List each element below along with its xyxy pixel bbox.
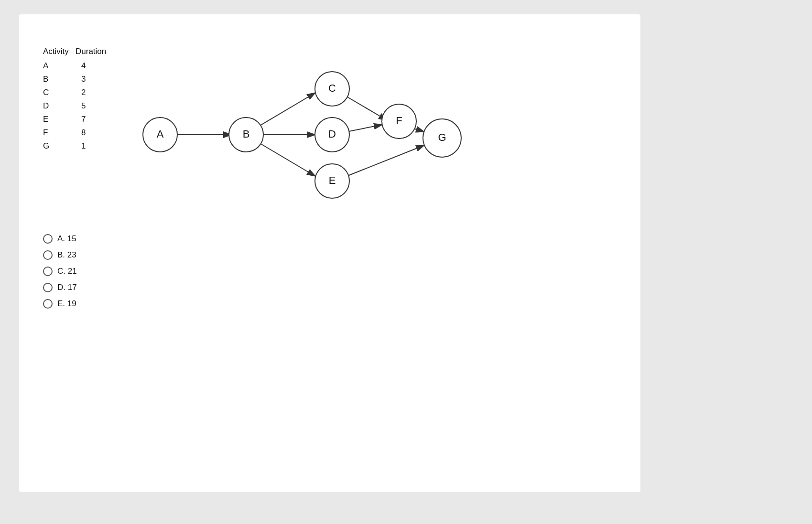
activity-duration: 1 (81, 139, 100, 153)
option-radio-2[interactable] (43, 267, 53, 276)
activity-rows: A4B3C2D5E7F8G1 (43, 59, 110, 153)
options-area: A. 15B. 23C. 21D. 17E. 19 (43, 234, 617, 309)
node-e-label: E (329, 174, 336, 186)
diagram-svg: A B C D E F G (129, 54, 473, 217)
option-label-1: B. 23 (57, 250, 76, 260)
edge-f-g (413, 128, 424, 132)
option-radio-3[interactable] (43, 283, 53, 292)
options-list: A. 15B. 23C. 21D. 17E. 19 (43, 234, 617, 309)
activity-name: G (43, 139, 62, 153)
option-label-2: C. 21 (57, 267, 77, 276)
activity-row: G1 (43, 139, 110, 153)
edge-b-c (259, 93, 315, 126)
activity-duration: 8 (81, 126, 100, 139)
node-f-label: F (396, 115, 402, 127)
edge-c-f (346, 96, 387, 120)
option-item-2[interactable]: C. 21 (43, 267, 617, 276)
activity-row: B3 (43, 73, 110, 86)
page: Activity Duration A4B3C2D5E7F8G1 (19, 14, 640, 492)
activity-table: A4B3C2D5E7F8G1 (43, 59, 110, 153)
activity-row: D5 (43, 99, 110, 113)
node-c-label: C (328, 82, 336, 94)
activity-duration: 3 (81, 73, 100, 86)
option-radio-1[interactable] (43, 250, 53, 260)
activity-duration: 7 (81, 113, 100, 126)
activity-name: C (43, 86, 62, 99)
option-radio-0[interactable] (43, 234, 53, 244)
option-radio-4[interactable] (43, 299, 53, 309)
edge-b-e (259, 143, 315, 176)
edge-e-g (346, 145, 424, 176)
option-item-4[interactable]: E. 19 (43, 299, 617, 309)
activity-row: A4 (43, 59, 110, 73)
content-area: A4B3C2D5E7F8G1 (43, 59, 617, 217)
activity-name: E (43, 113, 62, 126)
activity-row: F8 (43, 126, 110, 139)
activity-duration: 4 (81, 59, 100, 73)
option-item-3[interactable]: D. 17 (43, 283, 617, 292)
option-item-1[interactable]: B. 23 (43, 250, 617, 260)
option-label-4: E. 19 (57, 299, 76, 309)
activity-duration: 2 (81, 86, 100, 99)
option-label-3: D. 17 (57, 283, 77, 292)
activity-row: E7 (43, 113, 110, 126)
node-b-label: B (243, 128, 250, 140)
activity-name: B (43, 73, 62, 86)
node-a-label: A (157, 128, 164, 140)
network-diagram: A B C D E F G (129, 54, 473, 217)
edge-d-f (346, 125, 382, 132)
activity-duration: 5 (81, 99, 100, 113)
node-d-label: D (328, 128, 336, 140)
option-item-0[interactable]: A. 15 (43, 234, 617, 244)
activity-name: F (43, 126, 62, 139)
activity-row: C2 (43, 86, 110, 99)
activity-name: D (43, 99, 62, 113)
option-label-0: A. 15 (57, 234, 76, 244)
activity-name: A (43, 59, 62, 73)
node-g-label: G (438, 131, 446, 143)
